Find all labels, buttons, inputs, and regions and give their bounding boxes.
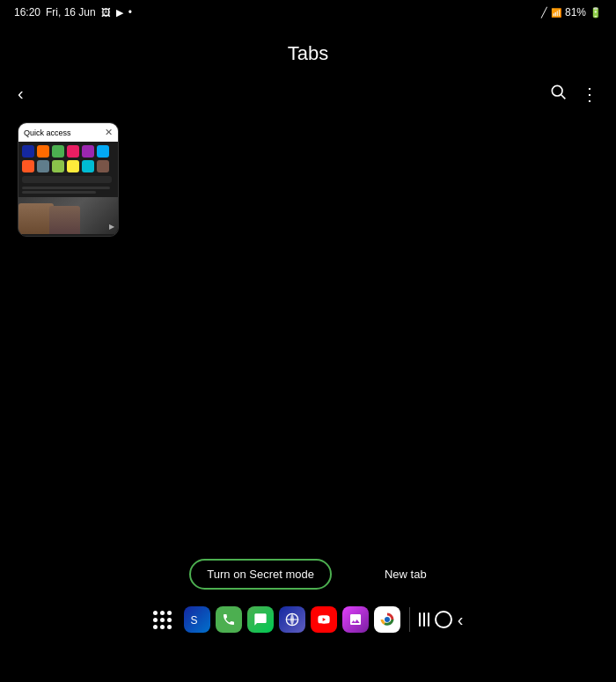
svg-point-6 bbox=[385, 617, 390, 622]
play-icon: ▶ bbox=[116, 7, 123, 18]
svg-text:S: S bbox=[190, 614, 197, 627]
tab-card-content: ▶ bbox=[18, 142, 118, 237]
app-grid-button[interactable] bbox=[153, 611, 172, 629]
app-dock: S ‹ bbox=[0, 603, 616, 636]
home-button[interactable] bbox=[435, 611, 452, 628]
youtube-icon[interactable] bbox=[311, 606, 337, 633]
nav-right: ⋮ bbox=[549, 83, 598, 105]
back-nav-button[interactable]: ‹ bbox=[458, 610, 464, 630]
messages-icon[interactable] bbox=[247, 606, 274, 633]
page-title: Tabs bbox=[0, 25, 616, 74]
nav-row: ‹ ⋮ bbox=[0, 74, 616, 114]
tab-card[interactable]: Quick access ✕ bbox=[18, 122, 119, 237]
tab-area: Quick access ✕ bbox=[0, 114, 616, 246]
tab-card-header: Quick access ✕ bbox=[18, 123, 118, 142]
battery-label: 81% bbox=[565, 6, 586, 18]
battery-icon: 🔋 bbox=[590, 7, 602, 18]
status-left: 16:20 Fri, 16 Jun 🖼 ▶ • bbox=[14, 6, 132, 18]
chrome-icon[interactable] bbox=[374, 606, 400, 633]
new-tab-button[interactable]: New tab bbox=[385, 568, 427, 581]
signal-icon: ╱ bbox=[541, 7, 547, 18]
gallery-icon: 🖼 bbox=[101, 7, 111, 18]
phone-icon[interactable] bbox=[216, 606, 242, 633]
status-right: ╱ 📶 81% 🔋 bbox=[541, 6, 602, 18]
nav-left: ‹ bbox=[18, 84, 24, 104]
gallery-dock-icon[interactable] bbox=[342, 606, 369, 633]
bottom-actions: Turn on Secret mode New tab bbox=[0, 559, 616, 590]
sim-url-bar bbox=[22, 176, 112, 183]
internet-icon[interactable] bbox=[279, 606, 305, 633]
status-bar: 16:20 Fri, 16 Jun 🖼 ▶ • ╱ 📶 81% 🔋 bbox=[0, 0, 616, 25]
secret-mode-button[interactable]: Turn on Secret mode bbox=[189, 559, 332, 590]
time: 16:20 bbox=[14, 6, 40, 18]
tab-card-title: Quick access bbox=[24, 128, 71, 137]
more-options-button[interactable]: ⋮ bbox=[581, 84, 598, 105]
samsung-icon[interactable]: S bbox=[184, 606, 210, 633]
svg-line-1 bbox=[561, 95, 566, 99]
svg-point-0 bbox=[552, 85, 562, 96]
network-icon: 📶 bbox=[551, 8, 561, 18]
recents-button[interactable] bbox=[419, 612, 429, 627]
search-button[interactable] bbox=[549, 83, 567, 105]
dot-icon: • bbox=[128, 6, 132, 18]
date: Fri, 16 Jun bbox=[46, 6, 96, 18]
tab-card-close-button[interactable]: ✕ bbox=[105, 127, 113, 138]
divider bbox=[409, 607, 410, 632]
sim-news-image: ▶ bbox=[18, 197, 118, 234]
sim-app-icons bbox=[18, 142, 118, 174]
back-button[interactable]: ‹ bbox=[18, 84, 24, 104]
